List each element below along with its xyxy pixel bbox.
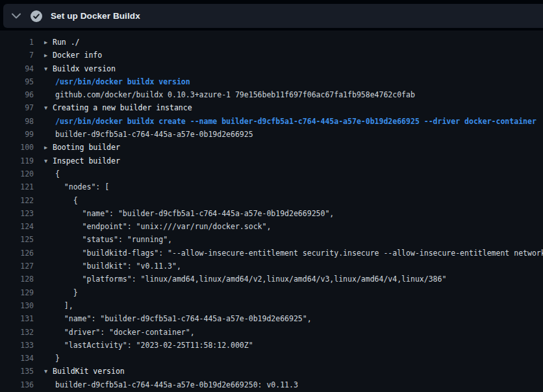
line-number[interactable]: 1 — [0, 36, 34, 49]
log-line-row: 125 "status": "running", — [0, 233, 543, 246]
log-group-row: 97▼Creating a new builder instance — [0, 101, 543, 114]
line-number[interactable]: 119 — [0, 154, 34, 167]
log-line-row: 128 "platforms": "linux/amd64,linux/amd6… — [0, 273, 543, 286]
log-text: /usr/bin/docker buildx version — [55, 75, 190, 88]
log-text-value: builder-d9cfb5a1-c764-445a-a57e-0b19d2e6… — [55, 130, 253, 139]
log-text: "status": "running", — [55, 233, 172, 246]
line-number[interactable]: 128 — [0, 273, 34, 286]
chevron-down-icon[interactable] — [12, 13, 21, 19]
log-text: "lastActivity": "2023-02-25T11:58:12.000… — [55, 339, 253, 352]
line-number[interactable]: 7 — [0, 49, 34, 62]
log-line-row: 127 "buildkit": "v0.11.3", — [0, 260, 543, 273]
log-text-value: "lastActivity": "2023-02-25T11:58:12.000… — [55, 341, 253, 350]
log-text-value: "status": "running", — [55, 235, 172, 244]
triangle-down-icon[interactable]: ▼ — [44, 62, 53, 75]
line-number[interactable]: 98 — [0, 115, 34, 128]
log-line-row: 123 "name": "builder-d9cfb5a1-c764-445a-… — [0, 207, 543, 220]
line-number[interactable]: 131 — [0, 312, 34, 325]
log-text-value: { — [55, 169, 60, 178]
log-text-value: } — [55, 288, 78, 297]
group-toggle[interactable]: ▼Creating a new builder instance — [44, 101, 192, 114]
log-text: } — [55, 352, 60, 365]
log-line-row: 126 "buildkitd-flags": "--allow-insecure… — [0, 247, 543, 260]
line-number[interactable]: 125 — [0, 233, 34, 246]
line-number[interactable]: 99 — [0, 128, 34, 141]
log-text: "platforms": "linux/amd64,linux/amd64/v2… — [55, 273, 446, 286]
line-number[interactable]: 97 — [0, 101, 34, 114]
line-number[interactable]: 95 — [0, 75, 34, 88]
log-container: 1▶Run ./7▶Docker info94▼Buildx version95… — [0, 31, 543, 392]
log-text: "buildkitd-flags": "--allow-insecure-ent… — [55, 247, 543, 260]
line-number[interactable]: 121 — [0, 180, 34, 193]
log-text-value: /usr/bin/docker buildx create --name bui… — [55, 117, 537, 126]
log-line-row: 134} — [0, 352, 543, 365]
group-toggle[interactable]: ▼BuildKit version — [44, 365, 125, 378]
log-line-row: 133 "lastActivity": "2023-02-25T11:58:12… — [0, 339, 543, 352]
log-text: ], — [55, 299, 73, 312]
group-toggle[interactable]: ▶Run ./ — [44, 36, 80, 49]
log-line-row: 120{ — [0, 167, 543, 180]
log-text-value: "buildkit": "v0.11.3", — [55, 262, 181, 271]
log-line-row: 95/usr/bin/docker buildx version — [0, 75, 543, 88]
triangle-right-icon[interactable]: ▶ — [44, 141, 53, 154]
log-group-row: 7▶Docker info — [0, 49, 543, 62]
log-text-value: "name": "builder-d9cfb5a1-c764-445a-a57e… — [55, 314, 312, 323]
log-line-row: 96github.com/docker/buildx 0.10.3+azure-… — [0, 88, 543, 101]
log-text: } — [55, 286, 78, 299]
group-title: Creating a new builder instance — [53, 103, 192, 112]
line-number[interactable]: 136 — [0, 378, 34, 391]
log-line-row: 122 { — [0, 194, 543, 207]
log-group-row: 94▼Buildx version — [0, 62, 543, 75]
line-number[interactable]: 127 — [0, 260, 34, 273]
group-title: Docker info — [53, 51, 102, 60]
log-group-row: 1▶Run ./ — [0, 36, 543, 49]
log-text-value: "driver": "docker-container", — [55, 328, 195, 337]
log-text: builder-d9cfb5a1-c764-445a-a57e-0b19d2e6… — [55, 128, 253, 141]
triangle-right-icon[interactable]: ▶ — [44, 36, 53, 49]
log-text-value: builder-d9cfb5a1-c764-445a-a57e-0b19d2e6… — [55, 380, 298, 389]
actions-log-viewer: Set up Docker Buildx 1▶Run ./7▶Docker in… — [0, 0, 543, 392]
line-number[interactable]: 122 — [0, 194, 34, 207]
log-line-row: 129 } — [0, 286, 543, 299]
line-number[interactable]: 94 — [0, 62, 34, 75]
check-circle-icon — [31, 10, 42, 22]
line-number[interactable]: 100 — [0, 141, 34, 154]
log-line-row: 121 "nodes": [ — [0, 180, 543, 193]
log-text-value: github.com/docker/buildx 0.10.3+azure-1 … — [55, 90, 415, 99]
group-title: Booting builder — [53, 143, 120, 152]
log-text: "driver": "docker-container", — [55, 326, 195, 339]
log-line-row: 124 "endpoint": "unix:///var/run/docker.… — [0, 220, 543, 233]
log-text: "buildkit": "v0.11.3", — [55, 260, 181, 273]
log-text-value: ], — [55, 301, 73, 310]
log-text: { — [55, 167, 60, 180]
triangle-down-icon[interactable]: ▼ — [44, 365, 53, 378]
group-toggle[interactable]: ▶Booting builder — [44, 141, 120, 154]
step-header[interactable]: Set up Docker Buildx — [3, 4, 543, 28]
log-text-value: "endpoint": "unix:///var/run/docker.sock… — [55, 222, 271, 231]
log-line-row: 131 "name": "builder-d9cfb5a1-c764-445a-… — [0, 312, 543, 325]
line-number[interactable]: 124 — [0, 220, 34, 233]
group-title: Run ./ — [53, 38, 80, 47]
group-title: Buildx version — [53, 64, 116, 73]
line-number[interactable]: 123 — [0, 207, 34, 220]
log-line-row: 136builder-d9cfb5a1-c764-445a-a57e-0b19d… — [0, 378, 543, 391]
line-number[interactable]: 120 — [0, 167, 34, 180]
line-number[interactable]: 135 — [0, 365, 34, 378]
line-number[interactable]: 132 — [0, 326, 34, 339]
log-text-value: { — [55, 196, 78, 205]
line-number[interactable]: 126 — [0, 247, 34, 260]
line-number[interactable]: 130 — [0, 299, 34, 312]
group-toggle[interactable]: ▶Docker info — [44, 49, 102, 62]
group-toggle[interactable]: ▼Inspect builder — [44, 154, 120, 167]
triangle-down-icon[interactable]: ▼ — [44, 154, 53, 167]
triangle-right-icon[interactable]: ▶ — [44, 49, 53, 62]
triangle-down-icon[interactable]: ▼ — [44, 101, 53, 114]
line-number[interactable]: 96 — [0, 88, 34, 101]
log-text: "nodes": [ — [55, 180, 109, 193]
group-toggle[interactable]: ▼Buildx version — [44, 62, 116, 75]
line-number[interactable]: 129 — [0, 286, 34, 299]
log-text-value: "platforms": "linux/amd64,linux/amd64/v2… — [55, 275, 446, 284]
log-line-row: 130 ], — [0, 299, 543, 312]
line-number[interactable]: 133 — [0, 339, 34, 352]
line-number[interactable]: 134 — [0, 352, 34, 365]
